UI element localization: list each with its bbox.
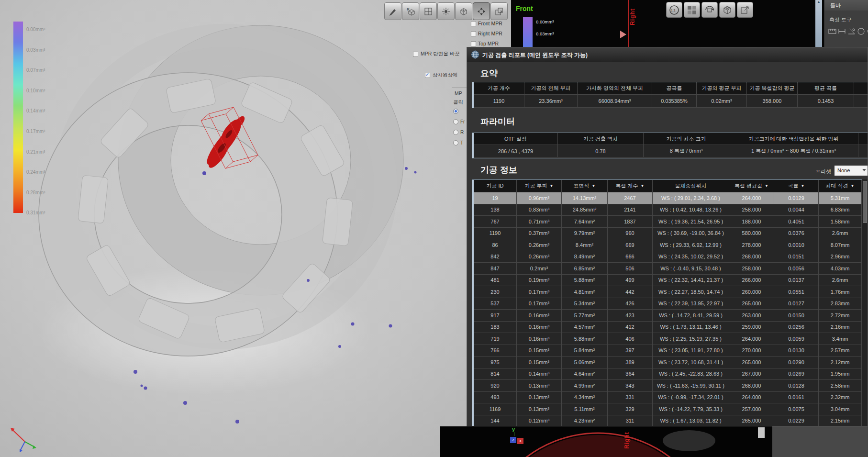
- pore-table-cell[interactable]: 5.84mm²: [562, 345, 608, 357]
- pore-table-cell[interactable]: 767: [474, 216, 517, 228]
- pore-table-cell[interactable]: 442: [608, 286, 653, 298]
- pore-table-cell[interactable]: 2.12mm: [819, 357, 862, 368]
- pore-table-cell[interactable]: 847: [474, 263, 517, 275]
- export-view-button[interactable]: [490, 2, 508, 20]
- pore-table-cell[interactable]: WS : ( 29.33, 6.92, 12.99 ): [653, 239, 729, 251]
- pore-column-header[interactable]: 기공 ID: [474, 180, 517, 192]
- pore-table-cell[interactable]: 0.83mm³: [517, 204, 562, 216]
- bottom-mpr-viewport[interactable]: Right y z x: [440, 426, 772, 457]
- volume-grid-button[interactable]: [719, 2, 735, 18]
- pore-table-cell[interactable]: WS : ( 23.05, 11.91, 27.80 ): [653, 345, 729, 357]
- pore-table-cell[interactable]: 0.13mm³: [517, 403, 562, 415]
- pore-table-cell[interactable]: 2.57mm: [819, 345, 862, 357]
- pore-table-cell[interactable]: 267.000: [729, 368, 774, 380]
- pore-table-cell[interactable]: 2.32mm: [819, 392, 862, 404]
- radio-icon[interactable]: [453, 130, 458, 135]
- pore-table-cell[interactable]: 0.0151: [774, 251, 819, 263]
- pore-table-cell[interactable]: 0.26mm³: [517, 251, 562, 263]
- pore-table-cell[interactable]: 719: [474, 333, 517, 345]
- pore-table-cell[interactable]: 268.000: [729, 380, 774, 392]
- pore-table-cell[interactable]: 0.0075: [774, 403, 819, 415]
- pore-table-cell[interactable]: 5.06mm²: [562, 357, 608, 368]
- pore-table-cell[interactable]: 4.99mm²: [562, 380, 608, 392]
- pore-table-cell[interactable]: 960: [608, 228, 653, 240]
- pore-table-cell[interactable]: 6.85mm²: [562, 263, 608, 275]
- pore-table-cell[interactable]: 0.17mm³: [517, 286, 562, 298]
- pore-table-cell[interactable]: 5.31mm: [819, 192, 862, 204]
- pore-table-cell[interactable]: 493: [474, 392, 517, 404]
- section-view-button[interactable]: [420, 2, 437, 20]
- layout-panes-button[interactable]: [684, 2, 700, 18]
- sort-desc-icon[interactable]: ▼: [851, 184, 855, 188]
- pore-table-cell[interactable]: WS : ( 19.36, 21.54, 26.95 ): [653, 216, 729, 228]
- front-mpr-viewport[interactable]: Front 0.00mm³0.03mm³ Right 1:1 ▲: [511, 0, 824, 47]
- pore-table-cell[interactable]: 669: [608, 239, 653, 251]
- pore-table-cell[interactable]: 1837: [608, 216, 653, 228]
- ruler-icon[interactable]: [828, 27, 836, 35]
- pore-table-cell[interactable]: 8.07mm: [819, 239, 862, 251]
- navigate-button-active[interactable]: [473, 2, 490, 20]
- pore-table-cell[interactable]: 1.95mm: [819, 368, 862, 380]
- pore-table-cell[interactable]: 0.0010: [774, 239, 819, 251]
- pore-table-cell[interactable]: 188.000: [729, 216, 774, 228]
- pore-table-cell[interactable]: 311: [608, 415, 653, 427]
- sort-desc-icon[interactable]: ▼: [550, 184, 554, 188]
- pore-table-cell[interactable]: WS : ( 2.25, 15.19, 27.35 ): [653, 333, 729, 345]
- scrollbar-thumb[interactable]: [758, 427, 765, 438]
- pore-table-cell[interactable]: 0.0150: [774, 310, 819, 322]
- pore-table-cell[interactable]: 0.0551: [774, 286, 819, 298]
- pore-table-cell[interactable]: 265.000: [729, 357, 774, 368]
- pore-table-cell[interactable]: 0.0290: [774, 357, 819, 368]
- pore-table-cell[interactable]: WS : ( -11.63, -15.99, 30.11 ): [653, 380, 729, 392]
- pore-table-cell[interactable]: 0.0129: [774, 192, 819, 204]
- radio-icon[interactable]: [453, 140, 458, 145]
- pore-table-cell[interactable]: 426: [608, 298, 653, 310]
- pore-column-header[interactable]: 표면적▼: [562, 180, 608, 192]
- annotate-pen-button[interactable]: [384, 2, 401, 20]
- pore-table-cell[interactable]: 0.14mm³: [517, 368, 562, 380]
- pore-table-cell[interactable]: 2467: [608, 192, 653, 204]
- circle-icon[interactable]: [857, 27, 865, 35]
- pore-table-cell[interactable]: 4.03mm: [819, 263, 862, 275]
- pore-table-cell[interactable]: 2.83mm: [819, 298, 862, 310]
- pore-column-header[interactable]: 기공 부피▼: [517, 180, 562, 192]
- pore-table-cell[interactable]: WS : ( 2.45, -22.83, 28.63 ): [653, 368, 729, 380]
- radio-option[interactable]: [453, 108, 460, 114]
- pore-table-cell[interactable]: WS : ( 22.32, 14.41, 21.37 ): [653, 275, 729, 287]
- pore-table-cell[interactable]: 0.4051: [774, 216, 819, 228]
- pore-table-cell[interactable]: 0.0229: [774, 415, 819, 427]
- pore-table-cell[interactable]: 2.15mm: [819, 415, 862, 427]
- rotate-view-button[interactable]: [437, 2, 455, 20]
- pore-table-cell[interactable]: WS : ( 30.69, -19.00, 36.84 ): [653, 228, 729, 240]
- pore-table-cell[interactable]: WS : ( -14.22, 7.79, 35.33 ): [653, 403, 729, 415]
- checkbox-unchecked-icon[interactable]: [471, 31, 476, 36]
- pore-table-cell[interactable]: 86: [474, 239, 517, 251]
- mpr-plane-checkbox-row[interactable]: Top MPR: [471, 40, 499, 47]
- pore-table-cell[interactable]: 0.0127: [774, 298, 819, 310]
- pore-table-cell[interactable]: 2.6mm: [819, 275, 862, 287]
- pore-column-header[interactable]: 물체중심위치: [653, 180, 729, 192]
- pore-table-cell[interactable]: 8.49mm²: [562, 251, 608, 263]
- pore-table-cell[interactable]: 0.12mm³: [517, 415, 562, 427]
- checkbox-checked-icon[interactable]: [425, 73, 430, 78]
- cube-view-button[interactable]: [455, 2, 472, 20]
- plane-handle-icon[interactable]: [620, 31, 626, 38]
- pore-table-cell[interactable]: 2.96mm: [819, 251, 862, 263]
- pore-table-cell[interactable]: WS : ( 1.73, 13.11, 13.46 ): [653, 322, 729, 334]
- pore-table-cell[interactable]: 230: [474, 286, 517, 298]
- pore-table-cell[interactable]: 257.000: [729, 403, 774, 415]
- pore-table-scrollbar[interactable]: [862, 179, 868, 426]
- pore-table-cell[interactable]: 364: [608, 368, 653, 380]
- pore-table-cell[interactable]: 814: [474, 368, 517, 380]
- sort-desc-icon[interactable]: ▼: [801, 184, 805, 188]
- pore-table-cell[interactable]: WS : ( -0.40, 9.15, 30.48 ): [653, 263, 729, 275]
- pore-table-cell[interactable]: 0.16mm³: [517, 333, 562, 345]
- pore-table-cell[interactable]: 0.0128: [774, 380, 819, 392]
- pore-table-cell[interactable]: 0.0137: [774, 275, 819, 287]
- pore-table-cell[interactable]: 580.000: [729, 228, 774, 240]
- pore-table-cell[interactable]: 263.000: [729, 310, 774, 322]
- pore-table-cell[interactable]: 389: [608, 357, 653, 368]
- pore-table-cell[interactable]: 4.23mm²: [562, 415, 608, 427]
- popout-window-button[interactable]: [737, 2, 753, 18]
- pore-table-cell[interactable]: 260.000: [729, 286, 774, 298]
